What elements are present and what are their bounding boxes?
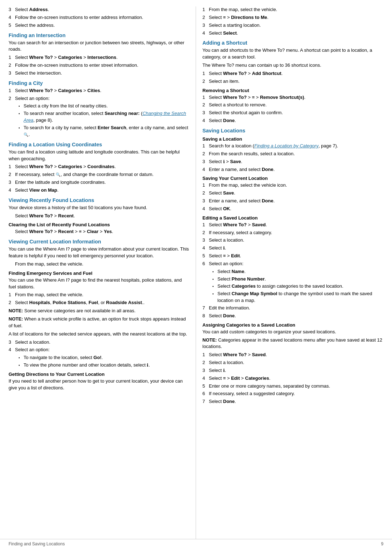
sub-heading-assigning-categories: Assigning Categories to a Saved Location (202, 322, 383, 328)
finding-coordinates-section: Finding a Location Using Coordinates You… (9, 142, 189, 194)
note-service-categories: NOTE: Some service categories are not av… (9, 308, 189, 314)
sub-heading-editing-saved: Editing a Saved Location (202, 215, 383, 221)
steps-emergency: 1 From the map, select the vehicle. 2 Se… (9, 292, 189, 306)
step-number: 4 (202, 117, 209, 124)
step-number: 4 (9, 187, 15, 194)
step-number: 2 (9, 95, 15, 102)
step-text: Select Select. (209, 30, 383, 37)
step-number: 2 (202, 151, 209, 157)
step-number: 4 (202, 245, 209, 252)
bullet-item: • Select Name. (212, 268, 383, 275)
step-text: Select a starting location. (209, 22, 383, 29)
section-heading-finding-intersection: Finding an Intersection (9, 32, 189, 38)
step-item: 3 Select the intersection. (9, 70, 189, 77)
step-text: Select the address. (15, 22, 189, 29)
step-item: 2 Select an option: (9, 95, 189, 102)
step-text: Select the intersection. (15, 70, 189, 77)
steps-emergency-more: 3 Select a location. 4 Select an option: (9, 339, 189, 354)
locations-list-note: A list of locations for the selected ser… (9, 331, 189, 338)
step-number: 1 (202, 182, 209, 189)
step-number: 1 (202, 94, 209, 101)
step-text: Select Done. (209, 313, 383, 319)
step-text: Follow the on-screen instructions to ent… (15, 14, 189, 21)
step-item: 3 Select > Save. (202, 158, 383, 165)
step-number: 4 (9, 347, 15, 353)
step-number: 2 (202, 229, 209, 236)
step-text: Select a location. (209, 359, 383, 366)
step-item: 8 Select Done. (202, 313, 383, 319)
step-number: 3 (202, 110, 209, 116)
step-number: 1 (9, 87, 15, 94)
finding-intersection-section: Finding an Intersection You can search f… (9, 32, 189, 77)
info-icon (223, 159, 225, 164)
step-text: Select . (209, 367, 383, 374)
search-icon (24, 132, 29, 137)
step-text: If necessary, select , and change the co… (15, 171, 189, 178)
step-item: 1 Select Where To? > Categories > Inters… (9, 54, 189, 61)
step-item: 3 Select the shortcut again to confirm. (202, 110, 383, 116)
step-text: Select > Edit > Categories. (209, 375, 383, 382)
bullet-dot: • (19, 125, 24, 131)
step-item: 1 From the map, select the vehicle. (202, 6, 383, 13)
step-number: 3 (202, 158, 209, 165)
section-intro: You can search for an intersection or ju… (9, 40, 189, 53)
step-number: 4 (9, 14, 15, 21)
clearing-recently-found-sub: Clearing the List of Recently Found Loca… (9, 222, 189, 235)
info-icon (223, 368, 225, 373)
bullet-item: • To search for a city by name, select E… (19, 125, 189, 138)
footer-bar: Finding and Saving Locations 9 (0, 539, 392, 546)
step-item: 5 Select the address. (9, 22, 189, 29)
step-text: From the search results, select a locati… (209, 151, 383, 157)
step-number: 1 (9, 163, 15, 170)
note-categories: NOTE: Categories appear in the saved loc… (202, 337, 383, 350)
step-number: 3 (202, 237, 209, 244)
step-text: Enter one or more category names, separa… (209, 383, 383, 390)
step-item: 7 Select Done. (202, 398, 383, 405)
step-item: 4 Select > Edit > Categories. (202, 375, 383, 382)
step-item: 4 Select View on Map. (9, 187, 189, 194)
step-item: 4 Select Select. (202, 30, 383, 37)
step-text: Select an option: (15, 95, 189, 102)
sub-heading-emergency: Finding Emergency Services and Fuel (9, 271, 189, 276)
step-item: 1 Select Where To? > Categories > Coordi… (9, 163, 189, 170)
step-item: 1 Search for a location (Finding a Locat… (202, 143, 383, 150)
viewing-current-section: Viewing Current Location Information You… (9, 239, 189, 391)
bullet-item: • To navigate to the location, select Go… (19, 354, 189, 361)
info-icon (223, 245, 225, 251)
bullet-dot: • (212, 283, 217, 289)
step-text: Select Done. (209, 117, 383, 124)
step-item: 2 If necessary, select a category. (202, 229, 383, 236)
step-text: Select > Save. (209, 158, 383, 165)
menu-icon (252, 95, 255, 100)
adding-shortcut-intro2: The Where To? menu can contain up to 36 … (202, 62, 383, 69)
removing-shortcut-sub: Removing a Shortcut 1 Select Where To? >… (202, 88, 383, 124)
step-text: Select a shortcut to remove. (209, 102, 383, 109)
sub-heading-clearing: Clearing the List of Recently Found Loca… (9, 222, 189, 227)
step-text: Select Where To? > Add Shortcut. (209, 70, 383, 77)
step-item: 4 Select Done. (202, 117, 383, 124)
link-finding-by-category[interactable]: Finding a Location by Category (254, 143, 318, 148)
step-text: Select > Edit. (209, 253, 383, 259)
steps-assigning-categories: 1 Select Where To? > Saved. 2 Select a l… (202, 352, 383, 405)
bullet-dot: • (212, 276, 217, 282)
menu-icon (223, 15, 226, 20)
step-text: Select OK. (209, 206, 383, 212)
saving-locations-section: Saving Locations Saving a Location 1 Sea… (202, 128, 383, 405)
note-truck-profile: NOTE: When a truck vehicle profile is ac… (9, 316, 189, 329)
step-number: 3 (202, 198, 209, 205)
city-bullet-list: • Select a city from the list of nearby … (19, 103, 189, 138)
step-number: 6 (202, 390, 209, 397)
step-number: 1 (202, 143, 209, 150)
step-item: 3 Enter the latitude and longitude coord… (9, 179, 189, 186)
bullet-text: Select Phone Number. (217, 276, 266, 283)
section-heading-adding-shortcut: Adding a Shortcut (202, 40, 383, 46)
step-text: If necessary, select a category. (209, 229, 383, 236)
step-number: 1 (9, 292, 15, 298)
bullet-text: To navigate to the location, select Go!. (24, 354, 103, 361)
bullet-text: Select Change Map Symbol to change the s… (217, 291, 383, 304)
step-text: Select Hospitals, Police Stations, Fuel,… (15, 299, 189, 306)
bullet-dot: • (19, 354, 24, 361)
menu-icon (79, 229, 82, 234)
step-item: 4 Follow the on-screen instructions to e… (9, 14, 189, 21)
step-text: Select Where To? > Categories > Cities. (15, 87, 189, 94)
